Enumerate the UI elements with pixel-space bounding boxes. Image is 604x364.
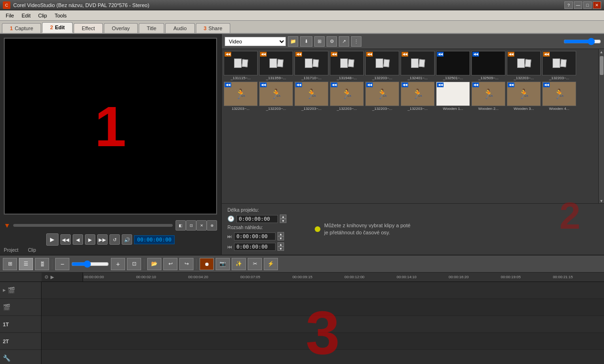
range-in-spin-up[interactable]: ▲ [277,232,284,236]
timeline-settings-btn[interactable]: ⚙ [44,274,49,280]
scroll-thumb[interactable] [600,56,604,75]
track-row-title2[interactable] [42,333,604,350]
smart-btn[interactable]: ⚡ [264,258,278,270]
open-project-btn[interactable]: 📂 [147,258,161,270]
help-button[interactable]: ? [564,1,573,9]
library-dropdown[interactable]: Video Photo Audio Title Transition Filte… [225,37,286,46]
play-button[interactable]: ▶ [46,233,59,246]
duration-label: Délka projektu: [227,207,286,213]
thumb-item[interactable]: ◀◀ 🏃 132203~... [224,82,258,111]
range-out-spin-up[interactable]: ▲ [277,242,284,247]
range-out-spin-down[interactable]: ▼ [277,247,284,251]
thumb-item[interactable]: ◀◀ 🏃 Wooden 4... [542,82,576,111]
repeat-button[interactable]: ↺ [109,234,120,245]
fit-zoom-btn[interactable]: ⊡ [127,258,141,270]
duration-spin-down[interactable]: ▼ [280,219,286,223]
time-marker: 00:00:14:10 [395,275,447,279]
menu-file[interactable]: File [2,10,18,20]
prev-button[interactable]: ◀ [73,234,83,245]
lib-import-button[interactable]: ⬇ [300,36,312,47]
lib-more-button[interactable]: ⋮ [351,36,361,47]
thumb-item[interactable]: ◀◀ _132501~... [436,51,470,81]
menu-clip[interactable]: Clip [34,10,51,20]
thumb-item[interactable]: ◀◀ _132203~... [507,51,541,81]
thumb-item[interactable]: ◀◀ _132203~... [542,51,576,81]
track-row-video1[interactable] [42,282,604,299]
scroll-up-arrow[interactable]: ▲ [600,50,604,54]
audio-mix-btn[interactable]: 🎛 [35,258,49,270]
thumb-item[interactable]: ◀◀ 🏃 _132203~... [294,82,328,111]
thumb-item[interactable]: ◀◀ _132203~... [365,51,399,81]
tab-title[interactable]: Title [139,23,164,33]
maximize-button[interactable]: □ [583,1,592,9]
thumb-item[interactable]: ◀◀ 🏃 _132203~... [330,82,364,111]
thumb-row-2: ◀◀ 🏃 132203~... ◀◀ 🏃 _132203~... [224,82,596,111]
tab-overlay[interactable]: Overlay [104,23,138,33]
zoom-out-btn[interactable]: − [55,258,69,270]
tab-edit[interactable]: 2 Edit [42,22,73,33]
track-row-title1[interactable] [42,316,604,333]
corner-btn-1[interactable]: ◧ [176,220,186,231]
library-scrollbar[interactable]: ▲ ▼ [598,49,604,203]
capture-btn[interactable]: 📷 [216,258,230,270]
lib-size-slider[interactable] [563,38,601,45]
trim-btn[interactable]: ✂ [248,258,262,270]
track-label-effects: 🔧 [0,350,41,364]
lib-folder-button[interactable]: 📁 [288,36,298,47]
duration-input[interactable] [236,215,278,223]
thumb-item[interactable]: ◀◀ _131710~... [294,51,328,81]
lib-grid-button[interactable]: ⊞ [314,36,325,47]
zoom-slider[interactable] [71,260,109,268]
corner-btn-2[interactable]: ⊡ [186,220,196,231]
thumb-item[interactable]: ◀◀ _131948~... [330,51,364,81]
zoom-in-btn[interactable]: + [111,258,125,270]
lib-settings-button[interactable]: ⚙ [327,36,337,47]
next-button[interactable]: ▶ [85,234,95,245]
time-marker: 00:00:02:10 [135,275,187,279]
thumb-item[interactable]: ◀◀ _132401~... [401,51,435,81]
next-end-button[interactable]: ▶▶ [97,234,108,245]
corner-btn-3[interactable]: ✕ [196,220,207,231]
thumb-item[interactable]: ◀◀ _132509~... [471,51,505,81]
tab-effect[interactable]: Effect [74,23,103,33]
thumb-item[interactable]: ◀◀ 🏃 _132203~... [401,82,435,111]
thumb-item[interactable]: ◀◀ 🏃 _132203~... [365,82,399,111]
thumb-label: _132203~... [401,106,435,111]
undo-btn[interactable]: ↩ [163,258,177,270]
menu-edit[interactable]: Edit [18,10,34,20]
menu-tools[interactable]: Tools [51,10,71,20]
tab-capture[interactable]: 1 Capture [2,23,41,33]
effects-btn[interactable]: ✨ [232,258,246,270]
timeline-btn[interactable]: ☰ [19,258,33,270]
thumb-item[interactable]: ◀◀ 🏃 _132203~... [259,82,293,111]
duration-spin-up[interactable]: ▲ [280,215,286,219]
track-row-effects[interactable] [42,350,604,364]
thumb-item[interactable]: ◀◀ 🏃 Wooden 3... [507,82,541,111]
record-btn[interactable]: ⏺ [200,258,214,270]
thumb-item[interactable]: ◀◀ _131115~... [224,51,258,81]
prev-start-button[interactable]: ◀◀ [60,234,71,245]
storyboard-btn[interactable]: ⊞ [3,258,17,270]
track-icon-title1: 1T [3,322,9,327]
hint-dot [315,226,320,232]
track-row-video2[interactable] [42,299,604,316]
range-in-spin-down[interactable]: ▼ [277,236,284,240]
close-button[interactable]: ✕ [593,1,601,9]
thumb-item[interactable]: ◀◀ _131359~... [259,51,293,81]
collapse-arrow-1[interactable]: ▶ [3,288,6,292]
thumb-item[interactable]: ◀◀ Wooden 1... [436,82,470,111]
preview-progress-bar[interactable] [13,224,173,227]
range-row1: ⏭ ▲ ▼ [227,232,286,240]
range-in-input[interactable] [234,232,276,240]
range-out-input[interactable] [234,243,276,251]
lib-export-button[interactable]: ↗ [339,36,349,47]
volume-button[interactable]: 🔊 [122,234,132,245]
redo-btn[interactable]: ↪ [179,258,193,270]
duration-spin: ▲ ▼ [280,215,286,223]
corner-btn-4[interactable]: ⊕ [207,220,217,231]
thumb-item[interactable]: ◀◀ 🏃 Wooden 2... [471,82,505,111]
scroll-down-arrow[interactable]: ▼ [600,199,604,203]
minimize-button[interactable]: — [574,1,582,9]
tab-share[interactable]: 3 Share [196,23,230,33]
tab-audio[interactable]: Audio [165,23,194,33]
